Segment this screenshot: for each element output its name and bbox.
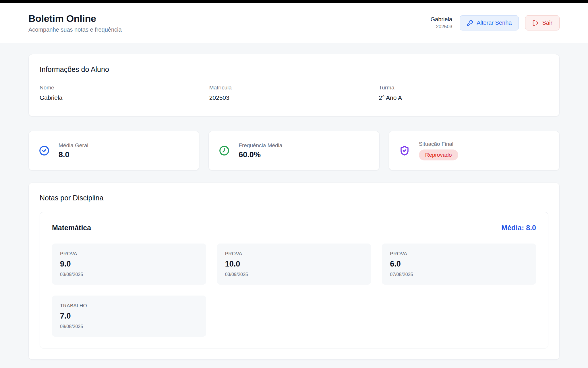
stat-card-frequencia-media: Frequência Média 60.0% — [208, 131, 379, 170]
logout-icon — [532, 20, 539, 26]
grade-date: 03/09/2025 — [60, 272, 198, 277]
check-circle-icon — [39, 145, 49, 156]
stat-label: Média Geral — [59, 142, 88, 149]
grade-card: PROVA 6.0 07/08/2025 — [382, 244, 536, 285]
page-title: Boletim Online — [28, 13, 122, 24]
grade-type: PROVA — [390, 251, 528, 257]
change-password-button[interactable]: Alterar Senha — [460, 15, 519, 30]
grade-score: 10.0 — [225, 260, 363, 269]
field-label: Turma — [379, 85, 548, 91]
app-header: Boletim Online Acompanhe suas notas e fr… — [0, 3, 588, 43]
grade-date: 07/08/2025 — [390, 272, 528, 277]
user-name: Gabriela — [431, 16, 452, 23]
grade-type: PROVA — [60, 251, 198, 257]
field-value: 2° Ano A — [379, 94, 548, 101]
logout-button[interactable]: Sair — [525, 15, 560, 30]
subject-name: Matemática — [52, 224, 91, 232]
grades-grid: PROVA 9.0 03/09/2025 PROVA 10.0 03/09/20… — [52, 244, 536, 337]
info-field-matricula: Matrícula 202503 — [209, 85, 379, 101]
student-info-title: Informações do Aluno — [40, 65, 548, 74]
grade-card: PROVA 10.0 03/09/2025 — [217, 244, 371, 285]
subject-average: Média: 8.0 — [501, 224, 536, 232]
user-id: 202503 — [431, 24, 452, 30]
stats-row: Média Geral 8.0 Frequência Média 60.0% — [28, 131, 560, 170]
grades-section-title: Notas por Disciplina — [40, 194, 548, 202]
page-subtitle: Acompanhe suas notas e frequência — [28, 26, 122, 33]
grade-score: 9.0 — [60, 260, 198, 269]
field-value: Gabriela — [40, 94, 209, 101]
status-badge: Reprovado — [419, 150, 458, 160]
stat-label: Situação Final — [419, 141, 458, 147]
clock-icon — [219, 145, 229, 156]
grade-score: 6.0 — [390, 260, 528, 269]
shield-check-icon — [399, 145, 410, 156]
stat-card-media-geral: Média Geral 8.0 — [28, 131, 199, 170]
stat-value: 60.0% — [239, 150, 282, 159]
main-content: Informações do Aluno Nome Gabriela Matrí… — [28, 54, 560, 368]
grade-score: 7.0 — [60, 312, 198, 321]
logout-label: Sair — [542, 20, 552, 26]
key-icon — [467, 20, 473, 26]
grade-type: TRABALHO — [60, 303, 198, 309]
grades-section-card: Notas por Disciplina Matemática Média: 8… — [28, 183, 560, 360]
stat-value: 8.0 — [59, 150, 88, 159]
app-branding: Boletim Online Acompanhe suas notas e fr… — [28, 13, 122, 33]
field-label: Matrícula — [209, 85, 379, 91]
grade-date: 03/09/2025 — [225, 272, 363, 277]
stat-label: Frequência Média — [239, 142, 282, 149]
user-info: Gabriela 202503 — [431, 16, 452, 30]
grade-type: PROVA — [225, 251, 363, 257]
window-top-strip — [0, 0, 588, 3]
grade-date: 08/08/2025 — [60, 324, 198, 329]
stat-card-situacao-final: Situação Final Reprovado — [389, 131, 560, 170]
field-label: Nome — [40, 85, 209, 91]
student-info-card: Informações do Aluno Nome Gabriela Matrí… — [28, 54, 560, 116]
subject-card-matematica: Matemática Média: 8.0 PROVA 9.0 03/09/20… — [40, 212, 548, 348]
grade-card: PROVA 9.0 03/09/2025 — [52, 244, 206, 285]
grade-card: TRABALHO 7.0 08/08/2025 — [52, 296, 206, 337]
change-password-label: Alterar Senha — [477, 20, 512, 26]
field-value: 202503 — [209, 94, 379, 101]
info-field-nome: Nome Gabriela — [40, 85, 209, 101]
info-field-turma: Turma 2° Ano A — [379, 85, 548, 101]
